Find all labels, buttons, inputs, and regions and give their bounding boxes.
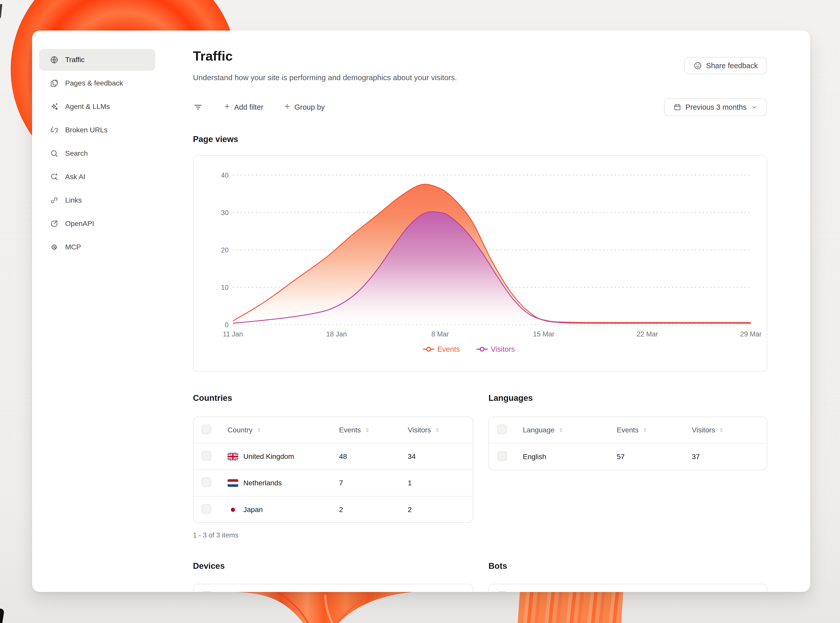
section-title-languages: Languages <box>488 393 533 403</box>
row-checkbox[interactable] <box>201 504 211 514</box>
decor-edge-sliver-bottom <box>0 609 5 623</box>
column-header-country[interactable]: Country <box>227 426 339 434</box>
languages-table-header: Language Events Visitors <box>489 417 767 443</box>
row-checkbox[interactable] <box>201 451 211 460</box>
flag-japan-icon <box>227 506 238 514</box>
chevron-down-icon <box>751 104 758 111</box>
sidebar-item-broken-urls[interactable]: Broken URLs <box>39 119 155 141</box>
row-checkbox[interactable] <box>201 477 211 487</box>
svg-text:8 Mar: 8 Mar <box>431 330 449 338</box>
sidebar-item-mcp[interactable]: MCP <box>39 236 155 258</box>
countries-items-count: 1 - 3 of 3 items <box>193 531 238 539</box>
decor-blob-bottom-left <box>217 592 430 623</box>
link-icon <box>50 196 58 205</box>
sidebar-item-ask-ai[interactable]: Ask AI <box>39 166 155 188</box>
column-header-visitors[interactable]: Visitors <box>408 426 473 434</box>
sort-icon <box>364 427 370 433</box>
plus-icon <box>284 103 291 112</box>
svg-text:29 Mar: 29 Mar <box>740 330 762 338</box>
page-views-chart-card: 40302010011 Jan18 Jan8 Mar15 Mar22 Mar29… <box>193 155 767 371</box>
table-row-japan[interactable]: Japan 2 2 <box>193 497 473 523</box>
sidebar-item-links[interactable]: Links <box>39 189 155 211</box>
select-all-checkbox[interactable] <box>497 425 507 434</box>
sidebar-item-label: Ask AI <box>65 173 85 181</box>
sidebar-item-search[interactable]: Search <box>39 143 155 164</box>
section-title-bots: Bots <box>488 561 507 571</box>
sidebar-item-label: Agent & LLMs <box>65 103 110 111</box>
select-all-checkbox[interactable] <box>497 591 507 592</box>
countries-table: Country Events Visitors United Kingdom 4… <box>193 417 473 523</box>
sidebar-item-label: Links <box>65 196 82 204</box>
column-header-visitors[interactable]: Visitors <box>692 426 767 434</box>
table-row-united-kingdom[interactable]: United Kingdom 48 34 <box>193 443 473 470</box>
sort-icon <box>256 427 262 433</box>
section-title-countries: Countries <box>193 393 232 403</box>
svg-text:20: 20 <box>221 246 229 254</box>
page-views-chart[interactable]: 40302010011 Jan18 Jan8 Mar15 Mar22 Mar29… <box>193 155 767 371</box>
flag-netherlands-icon <box>227 479 238 487</box>
calendar-icon <box>673 103 682 111</box>
svg-text:Events: Events <box>437 345 460 353</box>
languages-table: Language Events Visitors English 57 37 <box>488 417 767 470</box>
sidebar: Traffic Pages & feedback Agent & LLMs Br… <box>39 49 155 259</box>
sidebar-item-label: Broken URLs <box>65 126 107 134</box>
ask-ai-icon <box>50 173 58 181</box>
bots-table <box>488 584 767 592</box>
smiley-icon <box>693 61 702 70</box>
flag-united-kingdom-icon <box>227 453 238 460</box>
filter-toolbar: Add filter Group by <box>193 99 325 115</box>
plus-icon <box>224 103 230 112</box>
page-description: Understand how your site is performing a… <box>193 73 457 82</box>
sidebar-item-label: Search <box>65 149 88 158</box>
column-header-language[interactable]: Language <box>523 426 617 434</box>
svg-text:0: 0 <box>225 321 229 329</box>
sort-icon <box>642 427 648 433</box>
decor-edge-sliver-top <box>0 4 2 18</box>
row-checkbox[interactable] <box>497 451 507 461</box>
decor-blob-bottom-right <box>518 592 623 623</box>
date-range-dropdown[interactable]: Previous 3 months <box>664 98 767 116</box>
filter-lines-icon[interactable] <box>193 102 203 112</box>
column-header-events[interactable]: Events <box>339 426 408 434</box>
select-all-checkbox[interactable] <box>201 425 211 434</box>
sort-icon <box>719 427 724 433</box>
sparkles-icon <box>50 102 58 111</box>
analytics-panel: Traffic Pages & feedback Agent & LLMs Br… <box>32 31 810 592</box>
table-row-english[interactable]: English 57 37 <box>489 443 767 470</box>
sort-icon <box>435 427 440 433</box>
sidebar-item-label: Traffic <box>65 56 84 64</box>
add-filter-button[interactable]: Add filter <box>224 103 263 112</box>
countries-table-header: Country Events Visitors <box>193 417 473 443</box>
svg-text:15 Mar: 15 Mar <box>533 330 554 338</box>
svg-text:11 Jan: 11 Jan <box>223 330 243 338</box>
broken-link-icon <box>50 126 58 134</box>
sidebar-item-pages-feedback[interactable]: Pages & feedback <box>39 72 155 94</box>
sidebar-item-label: OpenAPI <box>65 219 94 228</box>
section-title-page-views: Page views <box>193 134 238 144</box>
sidebar-item-label: Pages & feedback <box>65 79 123 87</box>
search-icon <box>50 149 58 158</box>
table-row-netherlands[interactable]: Netherlands 7 1 <box>193 470 473 497</box>
svg-text:18 Jan: 18 Jan <box>326 330 347 338</box>
sidebar-item-openapi[interactable]: OpenAPI <box>39 213 155 235</box>
sort-icon <box>558 427 564 433</box>
page-title: Traffic <box>193 48 233 64</box>
svg-text:Visitors: Visitors <box>491 345 515 353</box>
column-header-events[interactable]: Events <box>617 426 692 434</box>
section-title-devices: Devices <box>193 561 225 571</box>
sidebar-item-label: MCP <box>65 243 81 251</box>
group-by-button[interactable]: Group by <box>284 103 324 112</box>
svg-text:40: 40 <box>221 172 229 179</box>
sidebar-item-agent-llms[interactable]: Agent & LLMs <box>39 96 155 118</box>
sidebar-item-traffic[interactable]: Traffic <box>39 49 155 71</box>
globe-icon <box>50 55 58 64</box>
svg-text:22 Mar: 22 Mar <box>637 330 658 338</box>
devices-table <box>193 584 473 592</box>
share-feedback-button[interactable]: Share feedback <box>684 57 767 74</box>
openapi-icon <box>50 219 58 228</box>
select-all-checkbox[interactable] <box>201 591 211 592</box>
svg-text:10: 10 <box>221 284 229 292</box>
pages-icon <box>50 79 58 87</box>
svg-text:30: 30 <box>221 209 229 216</box>
mcp-icon <box>50 243 58 252</box>
